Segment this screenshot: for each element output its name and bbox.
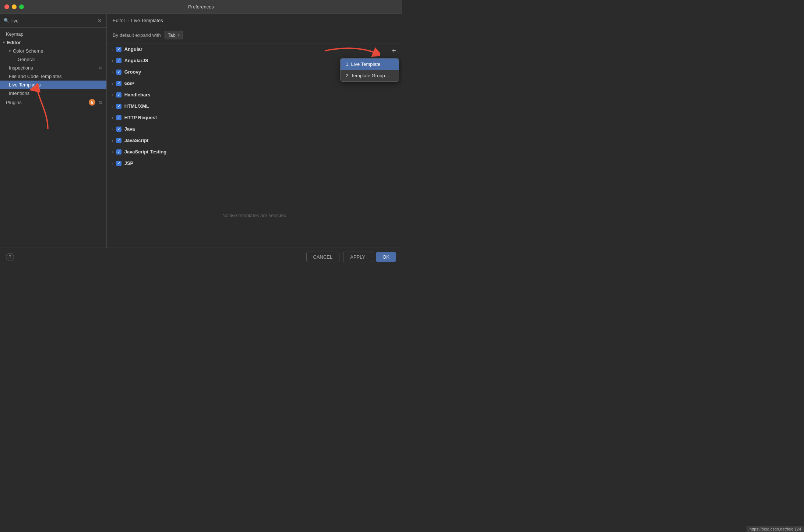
template-group-row[interactable]: › JavaScript <box>107 135 384 146</box>
search-input[interactable] <box>11 18 97 24</box>
bottom-left: ? <box>6 253 14 261</box>
empty-state: No live templates are selected <box>107 213 402 218</box>
group-name: HTTP Request <box>124 115 157 120</box>
group-checkbox[interactable] <box>116 104 121 109</box>
inspections-label: Inspections <box>9 65 33 71</box>
inspections-copy-icon: ⧉ <box>99 65 102 70</box>
group-name: Handlebars <box>124 92 151 97</box>
color-scheme-label: Color Scheme <box>13 48 43 54</box>
color-scheme-chevron-icon: ▾ <box>9 49 11 53</box>
group-checkbox[interactable] <box>116 149 121 155</box>
plugins-badge: 5 <box>89 99 95 106</box>
menu-item-template-group[interactable]: 2. Template Group... <box>341 70 399 81</box>
bottom-right: CANCEL APPLY OK <box>306 252 396 262</box>
template-group-row[interactable]: › HTTP Request <box>107 112 384 123</box>
sidebar-item-intentions[interactable]: Intentions <box>0 89 106 97</box>
plugins-copy-icon: ⧉ <box>99 100 102 105</box>
traffic-lights <box>4 4 24 9</box>
live-templates-label: Live Templates <box>9 82 40 88</box>
main-layout: 🔍 ✕ Keymap ▾ Editor ▾ Color Scheme Gener… <box>0 14 402 248</box>
template-group-row[interactable]: › Angular <box>107 43 384 55</box>
group-checkbox[interactable] <box>116 92 121 97</box>
sidebar-item-live-templates[interactable]: Live Templates <box>0 81 106 89</box>
group-name: Groovy <box>124 69 141 75</box>
sidebar-item-editor[interactable]: ▾ Editor <box>0 38 106 47</box>
content-toolbar: By default expand with Tab ▾ <box>107 27 402 43</box>
group-name: HTML/XML <box>124 103 149 109</box>
group-name: Angular <box>124 46 142 52</box>
minimize-button[interactable] <box>12 4 17 9</box>
group-chevron-icon: › <box>112 70 113 74</box>
group-checkbox[interactable] <box>116 115 121 120</box>
template-group-row[interactable]: › Handlebars <box>107 89 384 100</box>
expand-dropdown-arrow-icon: ▾ <box>178 33 180 37</box>
template-group-menu-label: 2. Template Group... <box>346 73 389 78</box>
file-code-templates-label: File and Code Templates <box>9 74 62 79</box>
plugins-label: Plugins <box>6 100 22 105</box>
ok-button[interactable]: OK <box>376 252 396 262</box>
group-name: JavaScript Testing <box>124 149 167 155</box>
group-chevron-icon: › <box>112 104 113 109</box>
sidebar-item-general[interactable]: General <box>0 55 106 64</box>
template-group-row[interactable]: › Java <box>107 123 384 135</box>
template-list: + — ↩ 1. Live Template 2. Template Group… <box>107 43 402 248</box>
add-dropdown-menu: 1. Live Template 2. Template Group... <box>340 58 399 82</box>
group-name: AngularJS <box>124 58 148 63</box>
sidebar-item-plugins[interactable]: Plugins 5 ⧉ <box>0 97 106 107</box>
group-chevron-icon: › <box>112 116 113 120</box>
search-icon: 🔍 <box>4 18 9 23</box>
sidebar: 🔍 ✕ Keymap ▾ Editor ▾ Color Scheme Gener… <box>0 14 107 248</box>
editor-chevron-icon: ▾ <box>3 40 5 45</box>
group-chevron-icon: › <box>112 81 113 86</box>
bottom-bar: ? CANCEL APPLY OK <box>0 248 402 266</box>
group-name: Java <box>124 126 135 132</box>
group-chevron-icon: › <box>112 161 113 166</box>
content-area: Editor › Live Templates By default expan… <box>107 14 402 248</box>
template-group-row[interactable]: › JSP <box>107 157 384 169</box>
breadcrumb: Editor › Live Templates <box>107 14 402 27</box>
expand-label: By default expand with <box>113 32 161 38</box>
sidebar-item-keymap[interactable]: Keymap <box>0 30 106 38</box>
group-chevron-icon: › <box>112 93 113 97</box>
title-bar: Preferences <box>0 0 402 14</box>
group-checkbox[interactable] <box>116 70 121 75</box>
cancel-button[interactable]: CANCEL <box>306 252 340 262</box>
group-name: GSP <box>124 81 134 86</box>
group-chevron-icon: › <box>112 47 113 52</box>
group-checkbox[interactable] <box>116 161 121 166</box>
group-checkbox[interactable] <box>116 47 121 52</box>
intentions-label: Intentions <box>9 91 29 96</box>
sidebar-item-inspections[interactable]: Inspections ⧉ <box>0 64 106 72</box>
group-checkbox[interactable] <box>116 127 121 132</box>
expand-dropdown[interactable]: Tab ▾ <box>165 31 183 39</box>
close-button[interactable] <box>4 4 9 9</box>
help-button[interactable]: ? <box>6 253 14 261</box>
group-name: JavaScript <box>124 138 149 143</box>
add-button[interactable]: + <box>389 46 399 55</box>
template-group-row[interactable]: › JavaScript Testing <box>107 146 384 157</box>
group-name: JSP <box>124 160 134 166</box>
menu-item-live-template[interactable]: 1. Live Template <box>341 58 399 70</box>
breadcrumb-current: Live Templates <box>131 18 163 23</box>
breadcrumb-separator: › <box>127 18 129 23</box>
maximize-button[interactable] <box>19 4 24 9</box>
window-title: Preferences <box>188 4 214 10</box>
sidebar-item-file-code-templates[interactable]: File and Code Templates <box>0 72 106 81</box>
expand-value: Tab <box>168 32 176 38</box>
apply-button[interactable]: APPLY <box>343 252 372 262</box>
group-chevron-icon: › <box>112 138 113 143</box>
group-chevron-icon: › <box>112 127 113 131</box>
sidebar-nav: Keymap ▾ Editor ▾ Color Scheme General I… <box>0 28 106 248</box>
template-group-row[interactable]: › HTML/XML <box>107 100 384 112</box>
group-chevron-icon: › <box>112 58 113 63</box>
group-checkbox[interactable] <box>116 58 121 63</box>
search-clear-icon[interactable]: ✕ <box>97 17 103 24</box>
group-checkbox[interactable] <box>116 138 121 143</box>
empty-state-text: No live templates are selected <box>222 213 286 218</box>
search-box: 🔍 ✕ <box>0 14 106 28</box>
editor-label: Editor <box>7 40 21 45</box>
sidebar-item-color-scheme[interactable]: ▾ Color Scheme <box>0 47 106 55</box>
general-label: General <box>18 57 35 62</box>
group-checkbox[interactable] <box>116 81 121 86</box>
live-template-menu-label: 1. Live Template <box>346 61 380 67</box>
